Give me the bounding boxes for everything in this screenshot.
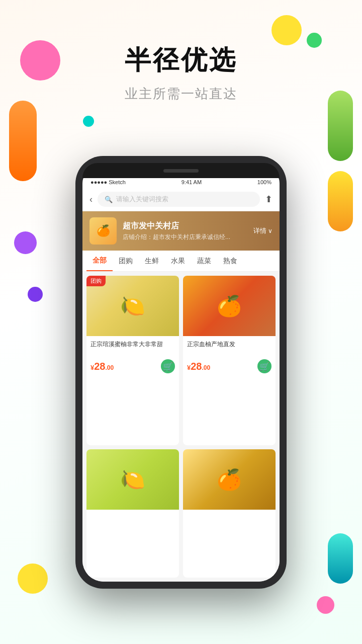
tab-veg[interactable]: 蔬菜: [191, 252, 217, 271]
phone-speaker: [163, 169, 199, 173]
deco-teal-pill: [328, 533, 353, 584]
product-image-1: 🍋 团购: [86, 276, 179, 336]
deco-orange-pill: [9, 101, 37, 181]
phone-mockup: 晚上9:25 ... ▲▲ 65% ●●●●● Sketch 9:41 AM 1…: [75, 156, 287, 609]
product-card-2[interactable]: 🍊 正宗血柚产地直发 ¥28.00 🛒: [183, 276, 276, 445]
inner-carrier: ●●●●● Sketch: [90, 179, 126, 185]
product-card-3[interactable]: 🍋: [86, 449, 179, 578]
hero-section: 半径优选 业主所需一站直达: [0, 43, 362, 103]
phone-outer: 晚上9:25 ... ▲▲ 65% ●●●●● Sketch 9:41 AM 1…: [75, 156, 287, 589]
product-price-1: ¥28.00: [90, 361, 114, 372]
chevron-down-icon: ∨: [268, 227, 273, 234]
hero-title: 半径优选: [0, 43, 362, 78]
deco-pink2-circle: [317, 596, 334, 614]
store-avatar: 🍊: [89, 217, 117, 245]
fruit-lemon-image: 🍋: [86, 449, 179, 510]
fruit-orange-image: 🍊: [183, 449, 276, 510]
deco-teal-circle: [83, 116, 94, 127]
store-name: 超市发中关村店: [123, 221, 247, 231]
search-input[interactable]: 请输入关键词搜索: [116, 195, 168, 204]
deco-yellow-pill: [328, 171, 353, 231]
deco-yellow-big-circle: [18, 564, 48, 594]
phone-screen: 晚上9:25 ... ▲▲ 65% ●●●●● Sketch 9:41 AM 1…: [82, 163, 280, 582]
product-grid: 🍋 团购 正宗琯溪蜜柚非常大非常甜 ¥28.00 🛒: [82, 272, 280, 582]
inner-battery: 100%: [257, 179, 272, 185]
tab-cooked[interactable]: 熟食: [217, 252, 243, 271]
product-image-4: 🍊: [183, 449, 276, 510]
category-tabs: 全部 团购 生鲜 水果 蔬菜 熟食: [82, 251, 280, 272]
product-price-row-1: ¥28.00 🛒: [90, 359, 175, 373]
tab-all[interactable]: 全部: [86, 251, 113, 271]
store-desc: 店铺介绍：超市发中关村店秉承诚信经...: [123, 233, 247, 242]
fruit-grapefruit-image: 🍊: [183, 276, 276, 336]
share-button[interactable]: ⬆: [265, 194, 273, 205]
store-header: 🍊 超市发中关村店 店铺介绍：超市发中关村店秉承诚信经... 详情 ∨: [82, 211, 280, 251]
product-price-2: ¥28.00: [187, 361, 210, 372]
product-image-2: 🍊: [183, 276, 276, 336]
search-icon: 🔍: [105, 196, 113, 203]
add-to-cart-button-2[interactable]: 🛒: [257, 359, 272, 373]
product-info-2: 正宗血柚产地直发 ¥28.00 🛒: [183, 336, 276, 377]
hero-subtitle: 业主所需一站直达: [0, 85, 362, 103]
search-input-wrap[interactable]: 🔍 请输入关键词搜索: [98, 192, 260, 207]
product-info-1: 正宗琯溪蜜柚非常大非常甜 ¥28.00 🛒: [86, 336, 179, 377]
add-to-cart-button-1[interactable]: 🛒: [161, 359, 175, 373]
store-info: 超市发中关村店 店铺介绍：超市发中关村店秉承诚信经...: [123, 221, 247, 242]
store-detail-button[interactable]: 详情 ∨: [253, 226, 273, 235]
product-card-1[interactable]: 🍋 团购 正宗琯溪蜜柚非常大非常甜 ¥28.00 🛒: [86, 276, 179, 445]
tab-fresh[interactable]: 生鲜: [139, 252, 165, 271]
inner-time: 9:41 AM: [182, 179, 202, 185]
product-price-row-2: ¥28.00 🛒: [187, 359, 272, 373]
back-button[interactable]: ‹: [89, 194, 93, 205]
tab-group[interactable]: 团购: [113, 252, 139, 271]
deco-purple-circle: [14, 231, 37, 254]
search-bar: ‹ 🔍 请输入关键词搜索 ⬆: [82, 188, 280, 211]
product-name-2: 正宗血柚产地直发: [187, 340, 272, 356]
detail-label: 详情: [253, 226, 266, 235]
phone-notch: [82, 163, 280, 178]
product-name-1: 正宗琯溪蜜柚非常大非常甜: [90, 340, 175, 356]
product-card-4[interactable]: 🍊: [183, 449, 276, 578]
tab-fruit[interactable]: 水果: [165, 252, 191, 271]
deco-yellow-circle: [272, 15, 302, 45]
deco-purple2-circle: [28, 287, 43, 302]
group-buy-badge-1: 团购: [86, 276, 106, 286]
product-image-3: 🍋: [86, 449, 179, 510]
